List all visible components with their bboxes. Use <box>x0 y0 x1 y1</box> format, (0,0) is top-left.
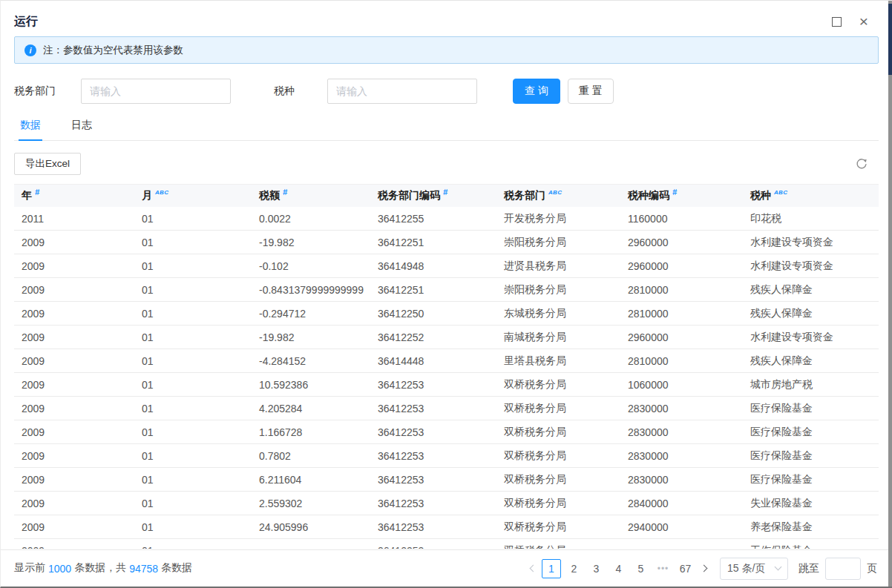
table-cell: 双桥税务分局 <box>496 544 620 549</box>
table-cell: 01 <box>134 237 252 248</box>
tab-data[interactable]: 数据 <box>19 116 42 141</box>
table-cell: 印花税 <box>743 212 879 225</box>
table-cell: 36412253 <box>370 498 496 509</box>
table-cell: 36412253 <box>370 426 496 438</box>
table-cell: 01 <box>134 331 252 343</box>
prev-page-icon[interactable] <box>524 559 542 578</box>
table-cell: 36412253 <box>370 403 496 414</box>
page-size-select[interactable]: 15 条/页 <box>720 558 788 580</box>
table-row: 20090110.59238636412253双桥税务分局1060000城市房地… <box>14 373 879 397</box>
column-label: 税额 <box>259 189 280 202</box>
table-cell: 双桥税务分局 <box>496 449 620 463</box>
table-cell: 36412253 <box>370 474 496 486</box>
table-cell: 01 <box>134 213 252 225</box>
table-cell: 36412251 <box>370 237 496 248</box>
reset-button[interactable]: 重 置 <box>568 79 614 104</box>
table-cell: 0.7802 <box>252 450 370 462</box>
table-row: 2009014.20528436412253双桥税务分局2830000医疗保险基… <box>14 397 879 420</box>
table-cell: 水利建设专项资金 <box>743 260 879 273</box>
scrollbar-track[interactable] <box>888 1 892 587</box>
table-body: 2011010.002236412255开发税务分局1160000印花税2009… <box>14 207 879 549</box>
column-header[interactable]: 年# <box>14 189 134 202</box>
numeric-type-icon: # <box>443 188 447 196</box>
table-cell: 01 <box>134 521 252 533</box>
table-cell: -0.8431379999999999 <box>252 284 370 296</box>
column-header[interactable]: 税种ABC <box>743 189 879 202</box>
column-label: 税种编码 <box>628 189 669 202</box>
column-label: 税务部门编码 <box>378 189 440 202</box>
table-cell: 36412253 <box>370 521 496 533</box>
next-page-icon[interactable] <box>695 559 712 578</box>
scrollbar-thumb[interactable] <box>888 4 892 75</box>
table-cell: 1160000 <box>620 213 743 225</box>
table-cell: 2009 <box>14 237 134 248</box>
table-cell: 2009 <box>14 355 134 367</box>
table-cell: 36412253 <box>370 450 496 462</box>
table-cell: 2960000 <box>620 237 743 248</box>
page-button[interactable]: 67 <box>676 559 695 578</box>
table-cell: 24.905996 <box>252 521 370 533</box>
table-cell: 医疗保险基金 <box>743 473 879 486</box>
page-button[interactable]: 3 <box>587 559 606 578</box>
table-row: 2009012.55930236412253双桥税务分局2840000失业保险基… <box>14 492 879 515</box>
tab-log[interactable]: 日志 <box>70 116 94 140</box>
page-button[interactable]: 2 <box>565 559 583 578</box>
query-button[interactable]: 查 询 <box>513 79 560 104</box>
table-toolbar: 导出Excel <box>1 141 892 184</box>
table-cell: 2009 <box>14 474 134 486</box>
maximize-icon[interactable] <box>832 17 842 27</box>
filter-bar: 税务部门 税种 查 询 重 置 <box>1 79 892 104</box>
table-cell: 双桥税务分局 <box>496 426 620 439</box>
table-cell: 1.166728 <box>252 426 370 438</box>
table-cell: 东城税务分局 <box>496 307 620 320</box>
column-header[interactable]: 税务部门ABC <box>496 189 620 202</box>
table-cell: 双桥税务分局 <box>496 402 620 415</box>
table-row: 2009011.16672836412253双桥税务分局2830000医疗保险基… <box>14 420 879 444</box>
table-cell: 双桥税务分局 <box>496 473 620 486</box>
table-cell: 养老保险基金 <box>743 521 879 534</box>
table-cell: 36412255 <box>370 213 496 225</box>
close-icon[interactable]: × <box>859 16 868 27</box>
table-row: 200901-0.29471236412250东城税务分局2810000残疾人保… <box>14 302 879 326</box>
table-row: 200901-19.98236412252南城税务分局2960000水利建设专项… <box>14 326 879 349</box>
page-button[interactable]: 4 <box>609 559 628 578</box>
tab-bar: 数据 日志 <box>14 116 879 141</box>
refresh-icon[interactable] <box>855 157 868 171</box>
table-cell: 01 <box>134 474 252 486</box>
tax-department-label: 税务部门 <box>14 85 56 98</box>
jump-to-label: 跳至 <box>798 562 819 575</box>
table-row: 200901-4.28415236414448里塔县税务局2810000残疾人保… <box>14 349 879 373</box>
table-row: 2009010.780236412253双桥税务分局2830000医疗保险基金 <box>14 444 879 468</box>
table-row: 2009016.21160436412253双桥税务分局2830000医疗保险基… <box>14 468 879 492</box>
table-cell: 2009 <box>14 498 134 509</box>
info-icon: i <box>24 44 36 56</box>
table-cell: 水利建设专项资金 <box>743 331 879 344</box>
column-header[interactable]: 税额# <box>252 189 370 202</box>
table-cell: 水利建设专项资金 <box>743 236 879 249</box>
table-cell: 进贤县税务局 <box>496 260 620 273</box>
page-button[interactable]: 1 <box>542 559 561 578</box>
column-header[interactable]: 税务部门编码# <box>370 189 496 202</box>
table-row: 200901-19.98236412251崇阳税务分局2960000水利建设专项… <box>14 231 879 254</box>
table-cell: 01 <box>134 260 252 272</box>
numeric-type-icon: # <box>283 188 287 196</box>
table-cell: 工伤保险基金 <box>743 544 879 549</box>
table-cell: 2009 <box>14 426 134 438</box>
column-header[interactable]: 税种编码# <box>620 189 743 202</box>
column-label: 月 <box>142 189 152 202</box>
tax-type-input[interactable] <box>327 79 477 104</box>
table-cell: 崇阳税务分局 <box>496 283 620 297</box>
table-cell: 残疾人保障金 <box>743 283 879 297</box>
export-excel-button[interactable]: 导出Excel <box>14 153 81 175</box>
table-cell: -0.294712 <box>252 308 370 320</box>
page-button[interactable]: 5 <box>632 559 650 578</box>
table-cell: 01 <box>134 355 252 367</box>
jump-page-input[interactable] <box>825 558 861 580</box>
table-cell: 双桥税务分局 <box>496 378 620 392</box>
table-cell: 崇阳税务分局 <box>496 236 620 249</box>
tax-department-input[interactable] <box>81 79 231 104</box>
table-cell: 医疗保险基金 <box>743 402 879 415</box>
table-cell: 1060000 <box>620 379 743 391</box>
column-header[interactable]: 月ABC <box>134 189 252 202</box>
table-cell: 医疗保险基金 <box>743 426 879 439</box>
